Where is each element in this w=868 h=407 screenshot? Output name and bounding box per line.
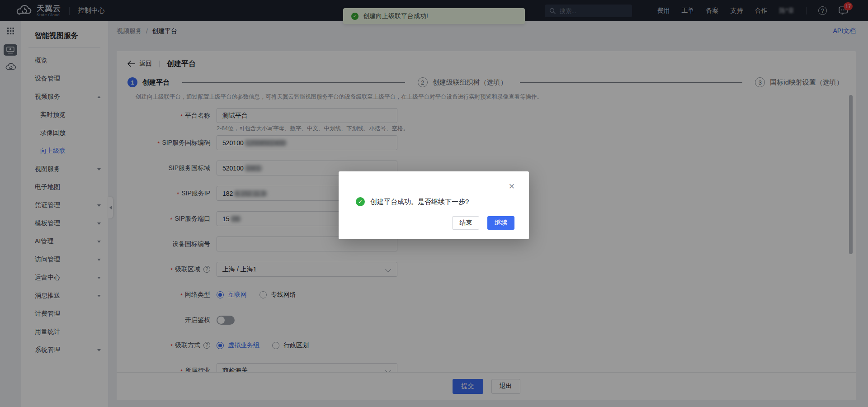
success-check-icon: ✓ (356, 197, 365, 206)
modal-buttons: 结束 继续 (452, 216, 514, 230)
continue-button[interactable]: 继续 (487, 216, 514, 230)
confirm-modal: ✕ ✓ 创建平台成功。是否继续下一步? 结束 继续 (339, 171, 529, 239)
close-icon[interactable]: ✕ (509, 183, 515, 190)
page: 天翼云 State Cloud 控制中心 费用工单备案支持合作 陈*章 ? (0, 0, 868, 407)
modal-body: ✓ 创建平台成功。是否继续下一步? (356, 197, 469, 206)
end-button[interactable]: 结束 (452, 216, 479, 230)
modal-message: 创建平台成功。是否继续下一步? (370, 198, 469, 206)
